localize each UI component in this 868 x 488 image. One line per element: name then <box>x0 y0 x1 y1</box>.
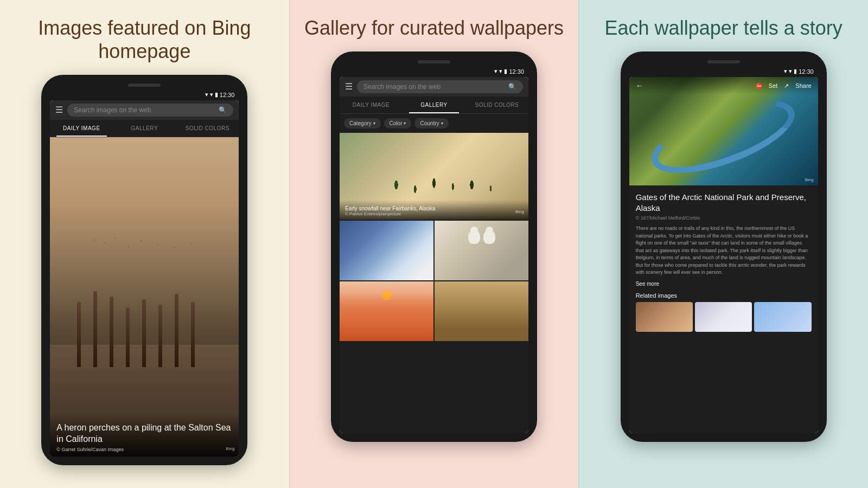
set-share-buttons: ⛔ Set ↗ Share <box>756 82 812 89</box>
story-body-text: There are no roads or trails of any kind… <box>636 225 812 277</box>
network-icon: ▾ <box>210 91 213 98</box>
network-icon-2: ▾ <box>499 68 502 75</box>
related-images-title: Related images <box>636 292 812 299</box>
phone-screen-1: ☰ Search images on the web 🔍 DAILY IMAGE… <box>50 100 239 457</box>
gallery-cell-glacier[interactable] <box>340 221 433 280</box>
gallery-cell-monkey[interactable] <box>435 281 528 341</box>
birds-in-sky <box>88 233 220 297</box>
share-icon: ↗ <box>784 82 789 89</box>
piling <box>158 305 162 367</box>
tab-solid-colors-1[interactable]: SOLID COLORS <box>176 120 239 137</box>
glacier-image <box>340 221 433 280</box>
story-title: Gates of the Arctic National Park and Pr… <box>636 192 812 213</box>
gallery-row-2 <box>340 221 528 280</box>
panel-gallery: Gallery for curated wallpapers ▾ ▾ ▮ 12:… <box>289 0 579 488</box>
related-images-grid <box>636 302 812 332</box>
panel-story: Each wallpaper tells a story ▾ ▾ ▮ 12:30… <box>578 0 868 488</box>
time-3: 12:30 <box>799 68 814 75</box>
story-content: Gates of the Arctic National Park and Pr… <box>629 185 818 433</box>
daily-caption-credit: © Garret Suhrie/Cavan Images <box>56 447 232 452</box>
panel-1-title: Images featured on Bing homepage <box>11 16 278 63</box>
bird-dot <box>127 246 129 247</box>
bird-dot <box>114 238 116 239</box>
bird-dot <box>141 241 142 241</box>
time-1: 12:30 <box>220 92 235 98</box>
bird-dot <box>157 245 158 245</box>
back-button[interactable]: ← <box>636 81 643 90</box>
filter-row: Category Color Country <box>340 114 528 133</box>
tab-daily-image-1[interactable]: DAILY IMAGE <box>50 120 113 137</box>
tabs-1: DAILY IMAGE GALLERY SOLID COLORS <box>50 120 239 137</box>
menu-icon-2[interactable]: ☰ <box>345 82 353 91</box>
tab-gallery-1[interactable]: GALLERY <box>113 120 176 137</box>
panel-2-title: Gallery for curated wallpapers <box>304 16 564 40</box>
set-button[interactable]: Set <box>769 82 778 89</box>
search-icon-2[interactable]: 🔍 <box>508 83 516 91</box>
flamingo-image <box>340 281 433 341</box>
time-2: 12:30 <box>509 68 524 75</box>
status-bar-2: ▾ ▾ ▮ 12:30 <box>340 67 528 77</box>
battery-icon: ▮ <box>215 91 218 98</box>
search-input-1[interactable]: Search images on the web 🔍 <box>67 104 233 117</box>
signal-icon: ▾ <box>205 91 208 98</box>
caption-overlay-1: A heron perches on a piling at the Salto… <box>50 414 239 457</box>
heron-image: A heron perches on a piling at the Salto… <box>50 137 239 457</box>
story-hero-image: ← ⛔ Set ↗ Share Bing <box>629 77 818 185</box>
signal-icon-3: ▾ <box>784 68 787 75</box>
see-more-button[interactable]: See more <box>636 281 812 287</box>
related-thumb-2[interactable] <box>695 302 752 332</box>
status-icons-1: ▾ ▾ ▮ 12:30 <box>205 91 235 98</box>
status-icons-2: ▾ ▾ ▮ 12:30 <box>494 68 524 75</box>
piling <box>142 299 146 367</box>
phone-screen-2: ☰ Search images on the web 🔍 DAILY IMAGE… <box>340 77 528 433</box>
related-thumb-1[interactable] <box>636 302 693 332</box>
no-roads-icon: ⛔ <box>756 83 762 89</box>
bird-dot <box>174 247 175 248</box>
panel-3-title: Each wallpaper tells a story <box>605 16 843 40</box>
network-icon-3: ▾ <box>789 68 792 75</box>
river-curve <box>643 86 804 186</box>
related-thumb-3[interactable] <box>754 302 811 332</box>
heron-scene <box>50 137 239 457</box>
flamingo-shapes <box>340 293 433 341</box>
tab-daily-image-2[interactable]: DAILY IMAGE <box>340 97 403 113</box>
bird-right <box>483 230 495 244</box>
search-icon[interactable]: 🔍 <box>219 106 227 114</box>
daily-caption-title: A heron perches on a piling at the Salto… <box>56 422 232 445</box>
piling <box>110 297 113 367</box>
phone-2: ▾ ▾ ▮ 12:30 ☰ Search images on the web 🔍… <box>331 52 537 442</box>
country-filter[interactable]: Country <box>414 118 448 129</box>
category-filter[interactable]: Category <box>344 118 381 129</box>
story-top-bar: ← ⛔ Set ↗ Share <box>629 77 818 94</box>
monkey-image <box>435 281 528 341</box>
daily-image-content: A heron perches on a piling at the Salto… <box>50 137 239 457</box>
piling <box>77 302 81 367</box>
gallery-item-featured[interactable]: Early snowfall near Fairbanks, Alaska © … <box>340 133 528 220</box>
phone-notch-1 <box>128 84 161 87</box>
gallery-cell-flamingo[interactable] <box>340 281 433 341</box>
gallery-caption-overlay: Early snowfall near Fairbanks, Alaska © … <box>340 200 528 220</box>
search-bar-2: ☰ Search images on the web 🔍 <box>340 77 528 97</box>
story-credit: © 167/Michael Melford/Corbis <box>636 215 812 221</box>
bing-logo-2: Bing <box>515 209 524 214</box>
gallery-grid: Early snowfall near Fairbanks, Alaska © … <box>340 133 528 433</box>
gallery-row-3 <box>340 281 528 341</box>
search-bar-1: ☰ Search images on the web 🔍 <box>50 100 239 120</box>
phone-notch-3 <box>707 60 740 63</box>
phone-screen-3: ← ⛔ Set ↗ Share Bing Gates of the Arctic… <box>629 77 818 433</box>
battery-icon-3: ▮ <box>794 68 797 75</box>
tab-solid-colors-2[interactable]: SOLID COLORS <box>465 97 528 113</box>
search-input-2[interactable]: Search images on the web 🔍 <box>357 80 523 93</box>
piling <box>175 294 178 367</box>
gallery-caption-credit: © Patrick Endres/plainpicture <box>345 211 523 216</box>
tab-gallery-2[interactable]: GALLERY <box>403 97 465 113</box>
color-filter[interactable]: Color <box>384 118 412 129</box>
gallery-cell-birds[interactable] <box>435 221 528 280</box>
bing-logo-1: Bing <box>226 446 234 451</box>
status-bar-3: ▾ ▾ ▮ 12:30 <box>629 67 818 77</box>
panel-daily-image: Images featured on Bing homepage ▾ ▾ ▮ 1… <box>0 0 289 488</box>
bird-left <box>468 230 480 244</box>
bing-logo-3: Bing <box>805 177 814 182</box>
menu-icon[interactable]: ☰ <box>55 106 63 114</box>
share-button[interactable]: Share <box>795 82 811 89</box>
